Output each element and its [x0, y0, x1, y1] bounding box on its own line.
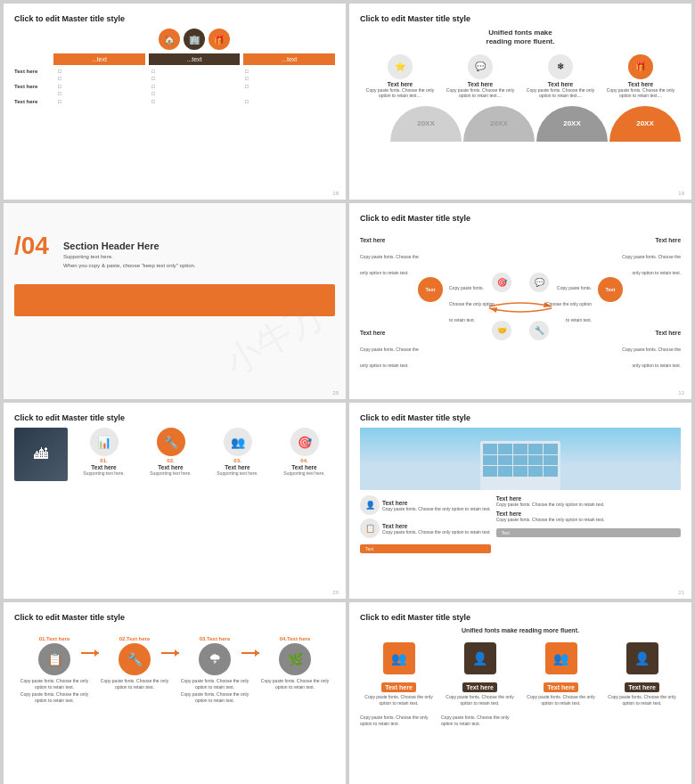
slide-7-item4-desc: Copy paste fonts. Choose the only option…	[259, 678, 330, 690]
slide-3-orange-bar	[14, 284, 335, 316]
slide-7-title: Click to edit Master title style	[14, 613, 335, 622]
slide-2-item1-title: Text here	[364, 81, 435, 87]
slide-2-item4: 🎁 Text here Copy paste fonts. Choose the…	[605, 54, 675, 99]
slide-2-subtitle: Unified fonts makereading more fluent.	[360, 29, 681, 47]
slide-6-btn[interactable]: Text	[360, 544, 491, 553]
slide-6-btn-gray[interactable]: Text	[496, 528, 681, 537]
slide-8-card4-title: Text here	[625, 682, 659, 692]
slide-8-card4: 👤 Text here Copy paste fonts. Choose the…	[603, 639, 681, 709]
slide-1-row2: Text here	[14, 84, 335, 96]
slide-5-item4-icon: 🎯	[290, 428, 319, 456]
slide-6-left-col: 👤 Text here Copy paste fonts. Choose the…	[360, 495, 491, 553]
slide-7-item3-num: 03.Text here	[179, 636, 249, 641]
slide-3-supporting1: Supporting text here.	[63, 253, 196, 260]
slide-8-extra: Copy paste fonts. Choose the only option…	[360, 715, 681, 726]
slide-8-card4-icon: 👤	[626, 642, 658, 674]
slide-6-photo	[360, 428, 681, 490]
slide-8-card2: 👤 Text here Copy paste fonts. Choose the…	[441, 639, 519, 709]
slide-4-node-left: Text	[418, 277, 443, 302]
slide-5-item4-num: 04.	[274, 458, 335, 463]
slide-1-col2: ...text	[149, 53, 241, 65]
slide-2-item3-desc: Copy paste fonts. Choose the only option…	[525, 87, 595, 99]
slide-5-item3-icon: 👥	[224, 428, 252, 456]
slide-3-supporting2: When you copy & paste, choose "keep text…	[63, 262, 196, 269]
slide-7-item3-circle: 🌩	[199, 643, 231, 675]
slide-5-item3: 👥 03. Text here Supporting text here.	[207, 428, 268, 476]
slide-2-item2: 💬 Text here Copy paste fonts. Choose the…	[445, 54, 515, 99]
slide-1-icons: 🏠 🏢 🎁	[14, 29, 335, 50]
slide-8-card1-title: Text here	[381, 682, 416, 692]
slide-2-item1-desc: Copy paste fonts. Choose the only option…	[364, 87, 435, 99]
slide-4-corner-br: Text here Copy paste fonts. Choose the o…	[618, 323, 681, 371]
slide-7-item1-circle: 📋	[38, 643, 70, 675]
slide-2-item4-title: Text here	[605, 81, 675, 87]
slide-8-extra-desc2: Copy paste fonts. Choose the only option…	[441, 715, 519, 726]
check-item	[151, 91, 241, 96]
slide-8-card3-icon: 👥	[545, 642, 577, 674]
slide-8-card1: 👥 Text here Copy paste fonts. Choose the…	[360, 639, 437, 709]
slide-1-title: Click to edit Master title style	[14, 14, 335, 23]
slide-2-year2: 20XX	[463, 106, 535, 142]
slide-4-num: 12	[678, 390, 684, 396]
slide-5-item3-sub: Supporting text here.	[207, 470, 268, 476]
slide-8-card1-desc: Copy paste fonts. Choose the only option…	[364, 694, 434, 706]
slide-1-header: ...text ...text ...text	[14, 53, 335, 65]
slide-7-item2: 02.Text here 🔧 Copy paste fonts. Choose …	[99, 636, 169, 690]
slide-1-row2-label: Text here	[14, 84, 54, 89]
slide-2-year4: 20XX	[609, 106, 681, 142]
slide-2-icon2: 💬	[468, 54, 493, 79]
slide-5-title: Click to edit Master title style	[14, 413, 335, 422]
slide-6-icon-row1: 👤 Text here Copy paste fonts. Choose the…	[360, 495, 491, 515]
slide-2-title: Click to edit Master title style	[360, 14, 681, 23]
slide-5-item2-num: 02.	[140, 458, 201, 463]
slide-8-cards: 👥 Text here Copy paste fonts. Choose the…	[360, 639, 681, 709]
slide-7-item1-desc: Copy paste fonts. Choose the only option…	[19, 678, 89, 690]
slide-7-item2-num: 02.Text here	[99, 636, 169, 641]
slide-1-row3-label: Text here	[14, 99, 54, 104]
slide-7-item1-desc2: Copy paste fonts. Choose the only option…	[19, 691, 89, 703]
slide-6-icon1: 👤	[360, 495, 380, 515]
slide-8-card3: 👥 Text here Copy paste fonts. Choose the…	[522, 639, 600, 709]
slide-4: Click to edit Master title style Text he…	[349, 203, 691, 399]
slide-8-title: Click to edit Master title style	[360, 613, 681, 622]
slide-7-connector2	[161, 652, 179, 654]
slide-2-year1: 20XX	[390, 106, 462, 142]
slide-7-item3-desc: Copy paste fonts. Choose the only option…	[179, 678, 249, 690]
check-item	[151, 84, 241, 89]
slide-1-icon-1: 🏠	[159, 29, 180, 50]
slide-8-extra-empty2	[603, 715, 681, 726]
slide-4-node-right: Text	[598, 277, 623, 302]
slide-5-item1: 📊 01. Text here Supporting text here.	[73, 428, 135, 476]
slide-8-card1-icon: 👥	[383, 642, 415, 674]
slide-2-num: 19	[678, 191, 684, 196]
slide-2: Click to edit Master title style Unified…	[349, 4, 691, 200]
slide-8-subtitle: Unified fonts make reading more fluent.	[360, 627, 681, 633]
slide-7-flow: 01.Text here 📋 Copy paste fonts. Choose …	[14, 627, 335, 712]
slide-4-corner-tr: Text here Copy paste fonts. Choose the o…	[618, 230, 681, 278]
slide-2-item1: ⭐ Text here Copy paste fonts. Choose the…	[364, 54, 435, 99]
slide-2-item4-desc: Copy paste fonts. Choose the only option…	[605, 87, 675, 99]
slide-6-text4: Text here Copy paste fonts. Choose the o…	[496, 510, 681, 522]
slide-2-timeline: 20XX 20XX 20XX 20XX	[360, 106, 681, 142]
slide-5-item1-icon: 📊	[90, 428, 119, 456]
slide-8-card4-desc: Copy paste fonts. Choose the only option…	[607, 694, 677, 706]
slide-7-connector3	[241, 652, 259, 654]
slide-8-card3-title: Text here	[544, 682, 578, 692]
slide-6-num: 21	[678, 590, 684, 595]
check-item	[245, 99, 335, 104]
slide-7-item4-circle: 🌿	[279, 643, 311, 675]
slide-5-num: 20	[332, 590, 339, 595]
slide-5-item4-sub: Supporting text here.	[274, 470, 335, 476]
slide-5-body: 🏙 📊 01. Text here Supporting text here. …	[14, 428, 335, 481]
slide-8: Click to edit Master title style Unified…	[349, 602, 691, 784]
slide-6-text3: Text here Copy paste fonts. Choose the o…	[496, 495, 681, 507]
slide-5-item1-num: 01.	[73, 458, 135, 463]
slide-2-icon4: 🎁	[628, 54, 653, 79]
slide-2-item2-title: Text here	[445, 81, 515, 87]
slide-6-text1: Text here Copy paste fonts. Choose the o…	[382, 500, 491, 511]
slide-4-corner-tl: Text here Copy paste fonts. Choose the o…	[360, 230, 422, 278]
slide-7-item4-num: 04.Text here	[259, 636, 330, 641]
slide-5-item2-title: Text here	[140, 464, 201, 470]
slide-3-num: 20	[332, 390, 339, 396]
slide-8-extra-empty1	[522, 715, 600, 726]
